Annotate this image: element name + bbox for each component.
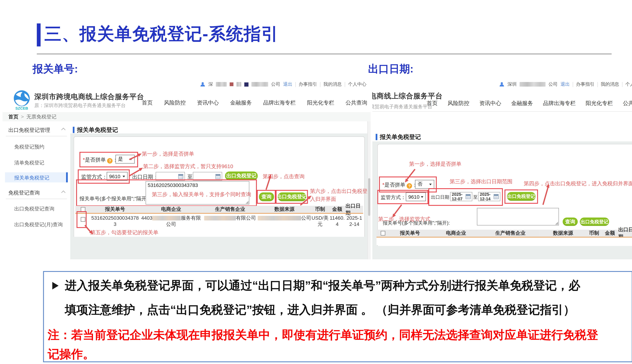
brand-title: 深圳市跨境电商线上综合服务平台 xyxy=(34,92,144,102)
nav-finance[interactable]: 金融服务 xyxy=(230,99,252,107)
query-button[interactable]: 查询 xyxy=(259,192,274,201)
calendar-icon[interactable] xyxy=(216,174,220,179)
sidebar-group-query[interactable]: 免税登记查询 xyxy=(8,190,40,196)
help-icon[interactable]: ? xyxy=(107,158,112,164)
nav-brand[interactable]: 品牌出海专栏 xyxy=(543,100,576,107)
collapse-icon[interactable] xyxy=(61,190,66,195)
supervision-select[interactable]: 9610 xyxy=(107,172,128,181)
user-icon xyxy=(499,82,504,87)
supervision-label: 监管方式： xyxy=(381,194,406,201)
export-register-button-2[interactable]: 出口免税登记 xyxy=(580,218,609,226)
scrollbar[interactable] xyxy=(367,121,370,259)
calendar-icon[interactable] xyxy=(178,174,183,179)
sidebar-item-declaration-reg[interactable]: 报关单免税登记 xyxy=(14,174,50,182)
logout-link[interactable]: 退出 xyxy=(560,81,570,88)
sidebar-item-export-month-query[interactable]: 出口免税登记(月)查询 xyxy=(14,221,63,228)
nav-finance[interactable]: 金融服务 xyxy=(511,100,533,107)
declaration-textarea[interactable] xyxy=(477,208,559,226)
col-ecommerce: 电商企业 xyxy=(140,206,202,213)
breadcrumb-home[interactable]: 首页 xyxy=(8,113,18,120)
row-checkbox[interactable] xyxy=(80,217,85,222)
calendar-icon[interactable] xyxy=(466,194,471,199)
note-warning-line1: 注：若当前登记企业未体现在申报报关单中，即使有进行单证预约，同样无法选择查询对应… xyxy=(48,329,598,341)
nav-public-query[interactable]: 公共查询 xyxy=(346,99,367,107)
split-order-select[interactable]: 是 xyxy=(116,155,134,164)
header-checkbox-cell xyxy=(75,206,90,213)
arrow-bullet-icon xyxy=(52,282,59,290)
guide-link[interactable]: 办事指引 xyxy=(576,81,594,88)
date-from-input[interactable]: 2025-12-07 xyxy=(450,192,472,201)
step4-annotation: 第四步，点击出口免税登记，进入免税归并界面 xyxy=(524,180,632,187)
date-from-input[interactable] xyxy=(156,172,185,181)
user-name-prefix: 深圳 xyxy=(508,81,517,88)
nav-risk[interactable]: 风险防控 xyxy=(448,100,469,107)
table-header-row: 报关单号 电商企业 生产销售企业 数据来源 币制 金额 出口日期 xyxy=(376,230,632,237)
sidebar-group-export-mgmt[interactable]: 出口免税登记管理 xyxy=(8,127,50,134)
page-title: 三、报关单免税登记-系统指引 xyxy=(44,22,279,46)
col-export-date: 出口日期 xyxy=(346,206,363,213)
personal-center-link[interactable]: 个人中心 xyxy=(626,81,632,88)
redacted-text xyxy=(252,82,268,86)
personal-center-link[interactable]: 个人中心 xyxy=(348,81,366,88)
date-to-word: 至 xyxy=(473,194,478,200)
query-button[interactable]: 查询 xyxy=(562,218,578,226)
slide: 三、报关单免税登记-系统指引 报关单号: 出口日期: 深公司 退出 办事指引 我… xyxy=(0,0,632,364)
step6-annotation-line2: 入归并界面 xyxy=(310,196,336,203)
col-export-date: 出口日期 xyxy=(618,230,632,237)
resize-grip-icon[interactable] xyxy=(246,201,248,204)
redacted-text xyxy=(204,216,236,220)
date-to-word: 至 xyxy=(188,174,193,180)
col-declaration-no: 报关单号 xyxy=(389,230,431,237)
declaration-label: 报关单号(多个报关单用";"隔开): xyxy=(383,220,450,226)
nav-news[interactable]: 资讯中心 xyxy=(197,99,219,107)
messages-link[interactable]: 我的消息 xyxy=(323,81,342,88)
export-register-button-2[interactable]: 出口免税登记 xyxy=(278,192,306,201)
nav-home[interactable]: 首页 xyxy=(427,100,438,107)
step1-annotation: 第一步，选择是否拼单 xyxy=(409,161,462,168)
step1-annotation: 第一步，选择是否拼单 xyxy=(142,150,194,158)
select-all-checkbox[interactable] xyxy=(380,231,385,236)
nav-news[interactable]: 资讯中心 xyxy=(480,100,501,107)
left-screenshot: 深公司 退出 办事指引 我的消息 个人中心 SZCEB 深圳市跨境电商线上综合服… xyxy=(2,78,370,259)
col-producer: 生产销售企业 xyxy=(202,206,258,213)
top-nav: 首页 风险防控 资讯中心 金融服务 品牌出海专栏 阳光化专栏 公共查询 xyxy=(142,99,367,107)
date-to-input[interactable]: 2025-12-14 xyxy=(478,192,500,201)
redacted-text xyxy=(216,82,227,86)
messages-link[interactable]: 我的消息 xyxy=(601,81,619,88)
date-to-input[interactable] xyxy=(193,172,222,181)
divider xyxy=(345,82,345,87)
select-all-checkbox[interactable] xyxy=(80,207,85,212)
title-underline xyxy=(37,54,612,54)
split-order-select[interactable]: 否 xyxy=(415,180,434,189)
user-bar: 深公司 退出 办事指引 我的消息 个人中心 xyxy=(200,81,366,88)
scrollbar-thumb[interactable] xyxy=(368,178,370,216)
col-declaration-no: 报关单号 xyxy=(90,206,140,213)
cell-currency: USD/美元 xyxy=(311,214,329,228)
collapse-icon[interactable] xyxy=(61,128,66,132)
export-register-button[interactable]: 出口免税登记 xyxy=(507,192,536,201)
chevron-down-icon xyxy=(429,184,432,185)
resize-grip-icon[interactable] xyxy=(555,222,558,224)
supervision-select[interactable]: 9610 xyxy=(406,192,426,201)
nav-public-query[interactable]: 公共查询 xyxy=(623,100,632,107)
nav-sunshine[interactable]: 阳光化专栏 xyxy=(586,100,613,107)
sidebar-item-list-reg[interactable]: 清单免税登记 xyxy=(14,160,44,166)
col-source: 数据来源 xyxy=(540,230,586,237)
sidebar-item-export-query[interactable]: 出口免税登记查询 xyxy=(14,206,54,212)
step2-annotation: 第二步，选择监管方式，暂只支持9610 xyxy=(143,163,233,170)
export-register-button[interactable]: 出口免税登记 xyxy=(225,172,258,180)
cell-export-date: 2025-12-14 xyxy=(346,214,363,228)
help-icon[interactable]: ? xyxy=(407,183,412,189)
title-accent-bar xyxy=(37,24,40,46)
panel-title-tick xyxy=(376,134,377,140)
sidebar-item-reserve[interactable]: 免税登记预约 xyxy=(14,144,44,150)
export-date-label: 出口日期： xyxy=(132,174,158,180)
nav-risk[interactable]: 风险防控 xyxy=(164,99,186,107)
logout-link[interactable]: 退出 xyxy=(283,81,292,88)
nav-brand[interactable]: 品牌出海专栏 xyxy=(263,99,296,107)
nav-home[interactable]: 首页 xyxy=(142,99,153,107)
redacted-block xyxy=(244,82,248,86)
nav-sunshine[interactable]: 阳光化专栏 xyxy=(307,99,334,107)
guide-link[interactable]: 办事指引 xyxy=(299,81,317,88)
calendar-icon[interactable] xyxy=(494,194,499,199)
